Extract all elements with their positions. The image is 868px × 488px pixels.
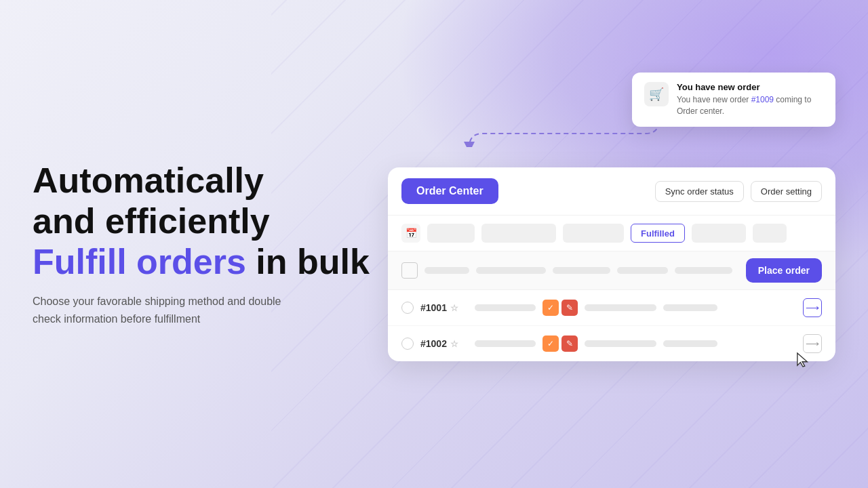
calendar-icon[interactable]: 📅 — [401, 224, 420, 243]
row-1-tag-red[interactable]: ✎ — [561, 300, 578, 316]
row-1-col-4 — [585, 304, 656, 311]
select-all-checkbox[interactable] — [401, 262, 418, 279]
notification-body: You have new order #1009 coming to Order… — [677, 94, 823, 117]
header-actions: Sync order status Order setting — [655, 181, 822, 202]
row-2-action-button[interactable]: ⟶ — [803, 334, 822, 353]
row-1-order-num: #1001 ☆ — [420, 302, 468, 313]
headline-line1: Automatically — [33, 161, 264, 200]
filter-row: 📅 Fulfilled — [388, 216, 835, 251]
headline: Automatically and efficiently Fulfill or… — [33, 161, 385, 282]
row-2-order-num: #1002 ☆ — [420, 338, 468, 349]
notification-icon: 🛒 — [644, 82, 669, 106]
row-1-tag-orange[interactable]: ✓ — [542, 300, 559, 316]
filter-pill-3[interactable] — [563, 224, 624, 243]
notif-body-prefix: You have new order — [677, 95, 751, 104]
right-panel: 🛒 You have new order You have new order … — [388, 127, 835, 361]
table-header: Place order — [388, 251, 835, 290]
row-2-radio[interactable] — [401, 338, 414, 350]
headline-highlight: Fulfill orders — [33, 241, 246, 281]
filter-pill-1[interactable] — [427, 224, 475, 243]
filter-pill-5[interactable] — [692, 224, 746, 243]
col-header-2 — [476, 267, 546, 274]
table-row: #1001 ☆ ✓ ✎ ⟶ — [388, 290, 835, 326]
table-row: #1002 ☆ ✓ ✎ ⟶ — [388, 326, 835, 361]
row-2-tag-orange[interactable]: ✓ — [542, 336, 559, 352]
filter-pill-6[interactable] — [753, 224, 787, 243]
notification-content: You have new order You have new order #1… — [677, 82, 823, 117]
row-1-tags: ✓ ✎ — [542, 300, 578, 316]
notification-title: You have new order — [677, 82, 823, 92]
headline-suffix: in bulk — [246, 241, 370, 281]
order-card-header: Order Center Sync order status Order set… — [388, 167, 835, 216]
notification-popup: 🛒 You have new order You have new order … — [632, 73, 835, 127]
row-1-action-button[interactable]: ⟶ — [803, 298, 822, 317]
row-2-col-5 — [663, 340, 717, 347]
place-order-button[interactable]: Place order — [746, 258, 822, 283]
col-header-3 — [553, 267, 610, 274]
row-2-col-4 — [585, 340, 656, 347]
row-2-tags: ✓ ✎ — [542, 336, 578, 352]
col-header-5 — [675, 267, 732, 274]
col-header-1 — [425, 267, 469, 274]
row-1-radio[interactable] — [401, 302, 414, 314]
row-2-tag-red[interactable]: ✎ — [561, 336, 578, 352]
row-1-star-icon[interactable]: ☆ — [450, 303, 458, 313]
left-panel: Automatically and efficiently Fulfill or… — [33, 161, 385, 328]
order-setting-button[interactable]: Order setting — [751, 181, 822, 202]
row-2-col-2 — [475, 340, 536, 347]
notif-order-link[interactable]: #1009 — [751, 95, 774, 104]
row-1-col-2 — [475, 304, 536, 311]
sync-order-status-button[interactable]: Sync order status — [655, 181, 744, 202]
filter-pill-fulfilled[interactable]: Fulfilled — [631, 224, 685, 243]
filter-pill-2[interactable] — [481, 224, 556, 243]
subtext: Choose your favorable shipping method an… — [33, 293, 304, 327]
order-card: Order Center Sync order status Order set… — [388, 167, 835, 361]
row-1-col-5 — [663, 304, 717, 311]
notification-emoji: 🛒 — [649, 87, 664, 102]
order-center-button[interactable]: Order Center — [401, 178, 498, 204]
col-header-4 — [617, 267, 668, 274]
headline-line2: and efficiently — [33, 201, 270, 241]
row-2-star-icon[interactable]: ☆ — [450, 339, 458, 349]
